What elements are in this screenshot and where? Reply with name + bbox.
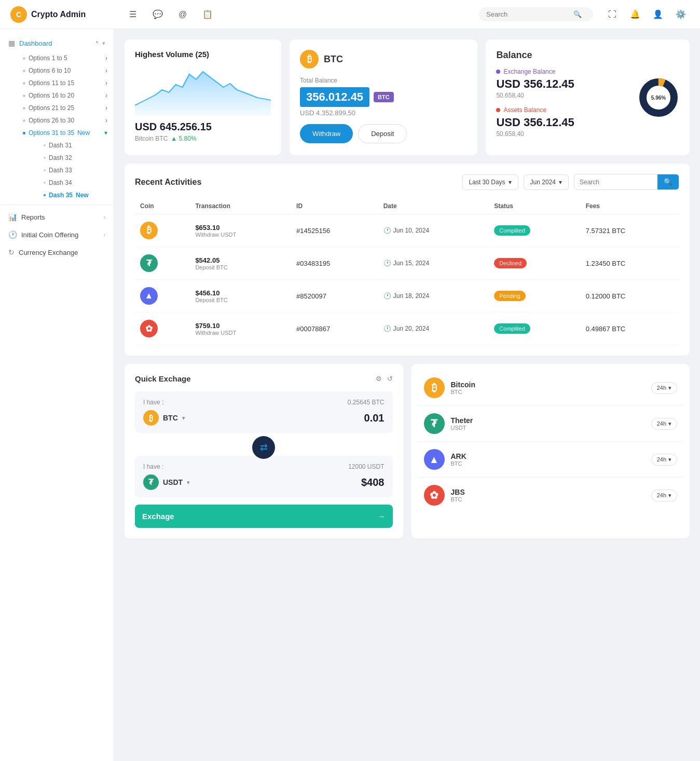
to-coin-selector[interactable]: ₮ USDT ▾: [143, 474, 190, 490]
small-dot: [44, 157, 46, 159]
sidebar-options-26-30[interactable]: Options 26 to 30 ›: [17, 114, 114, 127]
sidebar-item-exchange[interactable]: ↻ Currency Exchange: [0, 243, 114, 261]
user-icon[interactable]: 👤: [649, 6, 667, 23]
sidebar-item-ico[interactable]: 🕐 Initial Coin Offering ›: [0, 226, 114, 243]
global-search[interactable]: 🔍: [479, 7, 593, 21]
sidebar-options-16-20[interactable]: Options 16 to 20 ›: [17, 89, 114, 102]
settings-icon[interactable]: ⚙: [376, 375, 382, 383]
swap-button[interactable]: ⇄: [252, 436, 275, 459]
activity-search-button[interactable]: 🔍: [657, 174, 679, 189]
col-date: Date: [378, 198, 489, 214]
sidebar-dash34[interactable]: Dash 34: [39, 176, 114, 189]
tx-type: Withdraw USDT: [195, 330, 286, 336]
time-badge[interactable]: 24h ▾: [651, 382, 677, 394]
activities-controls: Last 30 Days ▾ Jun 2024 ▾ 🔍: [462, 174, 679, 190]
donut-chart: 5.96%: [638, 77, 679, 118]
global-search-input[interactable]: [486, 10, 569, 18]
chat-icon[interactable]: 💬: [149, 6, 166, 23]
clock-icon: 🕐: [383, 292, 391, 300]
menu-icon[interactable]: ☰: [125, 6, 141, 23]
coin-sub: BTC: [451, 496, 645, 502]
withdraw-button[interactable]: Withdraw: [300, 124, 353, 143]
activities-card: Recent Activities Last 30 Days ▾ Jun 202…: [125, 164, 690, 356]
sidebar-item-dashboard[interactable]: ▦ Dashboard * ▾: [0, 34, 114, 52]
red-dot: [496, 108, 500, 112]
dot-icon: [23, 107, 25, 110]
coin-cell: ₮: [135, 247, 190, 280]
layout: ▦ Dashboard * ▾ Options 1 to 5 › Options…: [0, 29, 700, 761]
tx-type: Deposit BTC: [195, 297, 286, 303]
last30days-dropdown[interactable]: Last 30 Days ▾: [462, 174, 518, 190]
sidebar-dash32[interactable]: Dash 32: [39, 152, 114, 164]
col-status: Status: [489, 198, 580, 214]
btc-selector-icon: ₿: [143, 410, 159, 426]
chevron-down: ▾: [104, 129, 107, 137]
tx-amount: $653.10: [195, 224, 286, 232]
btc-title: BTC: [324, 54, 343, 65]
time-label: 24h: [657, 492, 666, 498]
time-badge[interactable]: 24h ▾: [651, 454, 677, 466]
sidebar-options-31-35[interactable]: Options 31 to 35 New ▾: [17, 127, 114, 139]
time-badge[interactable]: 24h ▾: [651, 490, 677, 501]
sidebar-options-1-5[interactable]: Options 1 to 5 ›: [17, 52, 114, 64]
fullscreen-icon[interactable]: ⛶: [603, 6, 621, 23]
date-text: Jun 10, 2024: [393, 227, 429, 234]
from-coin-selector[interactable]: ₿ BTC ▾: [143, 410, 185, 426]
at-icon[interactable]: @: [174, 6, 191, 23]
sidebar-dash35[interactable]: Dash 35 New: [39, 189, 114, 201]
sidebar-options-6-10[interactable]: Options 6 to 10 ›: [17, 64, 114, 77]
deposit-button[interactable]: Deposit: [358, 124, 407, 143]
id-cell: #8520097: [291, 280, 378, 312]
id-cell: #03483195: [291, 247, 378, 280]
sidebar-dash33[interactable]: Dash 33: [39, 164, 114, 176]
coin-list-icon: ₿: [424, 377, 445, 398]
sidebar-item-reports[interactable]: 📊 Reports ›: [0, 208, 114, 226]
coin-icon: ▲: [140, 287, 158, 305]
btc-buttons: Withdraw Deposit: [300, 124, 467, 143]
coin-list-icon: ₮: [424, 413, 445, 434]
balance-card: Balance Exchange Balance USD 356.12.45 5…: [486, 39, 690, 155]
coin-name: JBS: [451, 488, 645, 496]
hv-sub: Bitcoin BTC ▲ 5.80%: [135, 135, 271, 142]
settings-icon[interactable]: ⚙️: [672, 6, 690, 23]
dot-icon: [23, 70, 25, 72]
time-badge[interactable]: 24h ▾: [651, 418, 677, 430]
activity-search[interactable]: 🔍: [574, 174, 679, 190]
up-arrow: ▲: [171, 135, 177, 142]
btc-tag: BTC: [374, 92, 394, 102]
hv-amount: USD 645.256.15: [135, 121, 271, 133]
from-label: I have :: [143, 399, 163, 406]
to-amount: 12000 USDT: [348, 463, 384, 470]
col-fees: Fees: [581, 198, 679, 214]
sidebar-options-11-15[interactable]: Options 11 to 15 ›: [17, 77, 114, 89]
sidebar-dash31[interactable]: Dash 31: [39, 139, 114, 152]
sidebar-dashboard-section: ▦ Dashboard * ▾ Options 1 to 5 › Options…: [0, 34, 114, 201]
dot-icon: [23, 94, 25, 97]
logo-area: C Crypto Admin: [10, 6, 114, 23]
time-label: 24h: [657, 456, 666, 463]
notification-icon[interactable]: 🔔: [626, 6, 644, 23]
coin-cell: ▲: [135, 280, 190, 312]
to-coin-name: USDT: [163, 478, 183, 486]
exchange-label: Currency Exchange: [19, 249, 105, 256]
history-icon[interactable]: ↺: [387, 375, 393, 383]
exchange-button[interactable]: Exchage →: [135, 505, 393, 528]
to-coin-arrow: ▾: [187, 479, 190, 486]
sidebar-options-21-25[interactable]: Options 21 to 25 ›: [17, 102, 114, 114]
ico-label: Initial Coin Offering: [21, 231, 99, 239]
coin-cell: ₿: [135, 214, 190, 247]
chevron-right: ›: [105, 79, 107, 87]
dot-icon: [23, 57, 25, 60]
coin-list-item: ₿ Bitcoin BTC 24h ▾: [418, 370, 684, 406]
month-dropdown[interactable]: Jun 2024 ▾: [524, 174, 569, 190]
chevron-right: ›: [105, 92, 107, 99]
status-cell: Declined: [489, 247, 580, 280]
coin-list-item: ₮ Theter USDT 24h ▾: [418, 406, 684, 442]
time-label: 24h: [657, 385, 666, 391]
activity-search-input[interactable]: [574, 175, 657, 189]
svg-text:5.96%: 5.96%: [651, 95, 666, 101]
hv-change: ▲ 5.80%: [171, 135, 196, 142]
col-transaction: Transaction: [190, 198, 291, 214]
btc-usd: USD 4.352.899,50: [300, 109, 467, 117]
clipboard-icon[interactable]: 📋: [199, 6, 216, 23]
